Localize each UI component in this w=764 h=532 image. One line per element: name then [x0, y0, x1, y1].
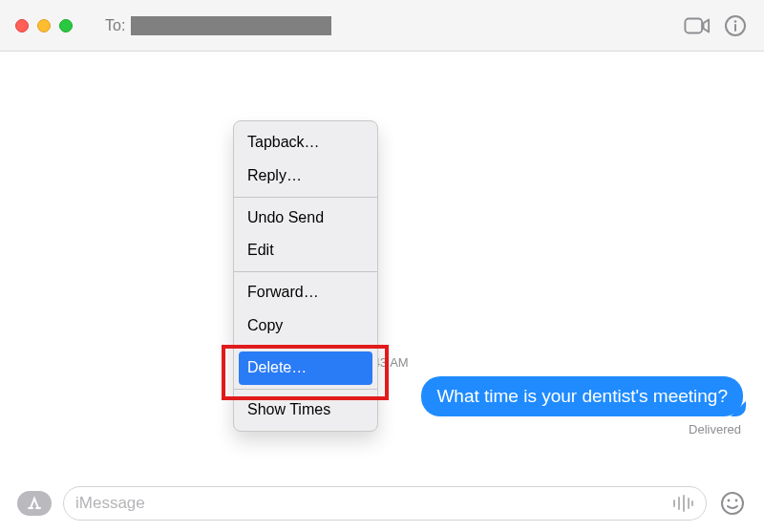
menu-item-show-times[interactable]: Show Times [234, 394, 377, 427]
delivered-status: Delivered [689, 422, 741, 436]
close-window-button[interactable] [15, 19, 29, 32]
menu-separator [234, 271, 377, 272]
traffic-lights [15, 19, 73, 32]
message-bubble[interactable]: What time is your dentist's meeting? [421, 376, 743, 416]
menu-item-tapback[interactable]: Tapback… [234, 126, 377, 160]
info-icon[interactable] [722, 12, 749, 39]
menu-item-forward[interactable]: Forward… [234, 276, 377, 309]
outgoing-message-row: What time is your dentist's meeting? Del… [421, 376, 743, 436]
app-store-icon [26, 496, 43, 511]
emoji-picker-button[interactable] [718, 489, 747, 518]
svg-point-2 [734, 20, 737, 23]
menu-item-reply[interactable]: Reply… [234, 160, 377, 193]
fullscreen-window-button[interactable] [59, 19, 73, 32]
voice-message-icon[interactable] [671, 495, 694, 512]
conversation-area: 1:43 AM What time is your dentist's meet… [0, 52, 764, 475]
menu-separator [234, 347, 377, 348]
menu-item-undo-send[interactable]: Undo Send [234, 202, 377, 235]
svg-rect-0 [685, 18, 702, 32]
svg-point-10 [728, 500, 731, 502]
context-menu: Tapback… Reply… Undo Send Edit Forward… … [233, 120, 378, 432]
message-input-placeholder: iMessage [75, 494, 671, 513]
svg-point-11 [735, 500, 738, 502]
menu-separator [234, 389, 377, 390]
smiley-icon [720, 491, 745, 516]
apps-button[interactable] [17, 491, 52, 516]
menu-separator [234, 197, 377, 198]
facetime-icon[interactable] [684, 12, 711, 39]
svg-point-9 [722, 493, 743, 514]
minimize-window-button[interactable] [37, 19, 51, 32]
compose-bar: iMessage [0, 475, 764, 532]
message-input-wrap[interactable]: iMessage [63, 486, 707, 521]
menu-item-copy[interactable]: Copy [234, 309, 377, 343]
message-text: What time is your dentist's meeting? [436, 386, 728, 406]
menu-item-edit[interactable]: Edit [234, 234, 377, 267]
to-recipient-redacted[interactable] [131, 16, 331, 35]
menu-item-delete[interactable]: Delete… [239, 351, 372, 385]
window-header: To: [0, 0, 764, 52]
to-label: To: [105, 17, 125, 34]
